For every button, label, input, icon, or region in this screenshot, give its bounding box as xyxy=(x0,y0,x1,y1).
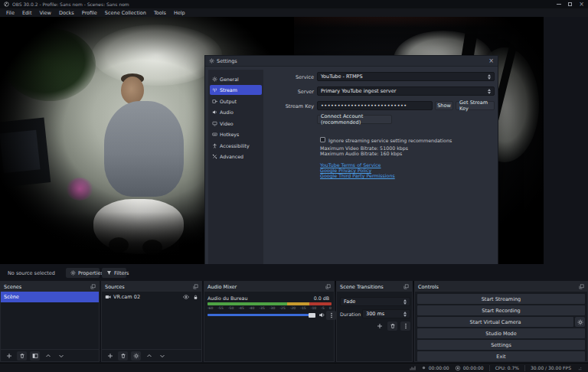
settings-nav-advanced[interactable]: Advanced xyxy=(210,152,262,162)
move-source-down-icon[interactable] xyxy=(157,351,167,361)
window-titlebar: OBS 30.0.2 - Profile: Sans nom - Scenes:… xyxy=(0,0,588,8)
server-dropdown[interactable]: Primary YouTube ingest server xyxy=(317,86,495,96)
settings-nav-hotkeys[interactable]: Hotkeys xyxy=(210,129,262,139)
popout-icon[interactable] xyxy=(90,284,96,289)
exit-button[interactable]: Exit xyxy=(417,351,585,361)
popout-icon[interactable] xyxy=(579,284,584,289)
mute-speaker-icon[interactable] xyxy=(318,312,325,318)
sources-dock-header[interactable]: Sources xyxy=(102,282,201,292)
transition-dropdown[interactable]: Fade xyxy=(340,297,410,306)
gear-icon xyxy=(70,270,76,276)
scene-list-item[interactable]: Scène xyxy=(1,292,99,302)
menu-tools[interactable]: Tools xyxy=(150,10,170,16)
output-icon xyxy=(212,99,217,104)
show-key-button[interactable]: Show xyxy=(435,101,453,110)
settings-nav-video[interactable]: Video xyxy=(210,119,262,129)
menu-help[interactable]: Help xyxy=(170,10,189,16)
google-privacy-link[interactable]: Google Privacy Policy xyxy=(320,168,371,173)
fps-indicator: 30.00 / 30.00 FPS xyxy=(531,365,571,370)
studio-mode-button[interactable]: Studio Mode xyxy=(417,328,585,338)
service-dropdown[interactable]: YouTube - RTMPS xyxy=(317,72,495,81)
audio-mixer-header[interactable]: Audio Mixer xyxy=(204,282,334,292)
youtube-terms-link[interactable]: YouTube Terms of Service xyxy=(320,162,381,168)
virtual-camera-settings-icon[interactable] xyxy=(575,317,585,327)
start-streaming-button[interactable]: Start Streaming xyxy=(417,294,585,304)
minimize-icon[interactable] xyxy=(557,4,561,5)
popout-icon[interactable] xyxy=(193,284,198,289)
move-scene-up-icon[interactable] xyxy=(43,351,53,361)
source-properties-icon[interactable] xyxy=(131,351,141,361)
menu-file[interactable]: File xyxy=(2,10,18,16)
duration-spinner[interactable]: 300 ms xyxy=(362,309,410,318)
obs-logo-icon xyxy=(4,2,9,7)
settings-close-icon[interactable]: × xyxy=(488,58,494,64)
settings-nav-accessibility[interactable]: Accessibility xyxy=(210,141,262,151)
audio-mixer-dock: Audio Mixer Audio du Bureau 0.0 dB -60-5… xyxy=(204,281,335,362)
settings-nav-output[interactable]: Output xyxy=(210,96,262,106)
accessibility-icon xyxy=(212,143,217,148)
menu-view[interactable]: View xyxy=(35,10,54,16)
start-recording-button[interactable]: Start Recording xyxy=(417,305,585,315)
stream-key-input[interactable]: •••••••••••••••••••••••••• xyxy=(317,101,433,110)
remove-transition-icon[interactable] xyxy=(387,321,397,331)
connect-account-button[interactable]: Connect Account (recommended) xyxy=(317,115,392,124)
settings-sidebar: General Stream Output Audio Video Hotkey… xyxy=(208,70,263,272)
menu-scene-collection[interactable]: Scene Collection xyxy=(101,10,150,16)
controls-header[interactable]: Controls xyxy=(415,282,587,292)
obs-main-window: OBS 30.0.2 - Profile: Sans nom - Scenes:… xyxy=(0,0,588,372)
google-third-party-link[interactable]: Google Third Party Permissions xyxy=(320,173,395,178)
volume-slider-handle[interactable] xyxy=(309,313,315,318)
close-icon[interactable]: × xyxy=(579,2,584,7)
stream-dot-icon xyxy=(421,365,426,370)
record-icon xyxy=(455,365,461,371)
speaker-icon xyxy=(212,109,217,115)
duration-label: Duration xyxy=(340,312,361,317)
server-label: Server xyxy=(263,89,314,95)
settings-dialog-titlebar[interactable]: Settings × xyxy=(205,56,498,67)
menu-docks[interactable]: Docks xyxy=(55,10,78,16)
move-source-up-icon[interactable] xyxy=(144,351,154,361)
filters-button[interactable]: Filters xyxy=(102,268,126,278)
lock-icon[interactable] xyxy=(193,295,198,300)
move-scene-down-icon[interactable] xyxy=(56,351,66,361)
transitions-header[interactable]: Scene Transitions xyxy=(337,282,412,292)
add-transition-icon[interactable] xyxy=(374,321,384,331)
add-scene-icon[interactable] xyxy=(4,351,14,361)
vu-meter xyxy=(207,302,332,305)
stats-bars-icon xyxy=(410,365,416,371)
start-virtual-camera-button[interactable]: Start Virtual Camera xyxy=(417,317,573,327)
settings-button[interactable]: Settings xyxy=(417,340,585,350)
remove-source-icon[interactable] xyxy=(118,351,128,361)
source-list-item[interactable]: VR.cam 02 xyxy=(102,292,201,302)
recording-timer: 00:00:00 xyxy=(455,365,484,371)
scenes-dock-header[interactable]: Scenes xyxy=(1,282,99,292)
transition-kebab-icon[interactable] xyxy=(400,321,410,331)
chevron-updown-icon xyxy=(403,312,407,317)
settings-nav-stream[interactable]: Stream xyxy=(210,85,262,95)
popout-icon[interactable] xyxy=(403,284,409,289)
scene-filters-icon[interactable] xyxy=(30,351,40,361)
get-stream-key-button[interactable]: Get Stream Key xyxy=(456,101,495,110)
sources-toolbar xyxy=(102,349,201,361)
transitions-dock: Scene Transitions Fade Duration 300 ms xyxy=(336,281,413,362)
volume-slider[interactable] xyxy=(207,314,315,316)
add-source-icon[interactable] xyxy=(105,351,115,361)
mixer-channel-name: Audio du Bureau xyxy=(207,295,247,301)
settings-nav-audio[interactable]: Audio xyxy=(210,107,262,117)
no-source-selected-text: No source selected xyxy=(8,270,55,276)
menu-profile[interactable]: Profile xyxy=(78,10,101,16)
mixer-kebab-icon[interactable] xyxy=(326,311,336,320)
settings-dialog: Settings × General Stream Output Audio xyxy=(204,55,498,281)
menu-edit[interactable]: Edit xyxy=(18,10,36,16)
mixer-level-value[interactable]: 0.0 dB xyxy=(314,295,329,301)
settings-dialog-icon xyxy=(209,58,214,64)
status-bar: 00:00:00 00:00:00 CPU: 0.7% 30.00 / 30.0… xyxy=(0,363,588,372)
maximize-icon[interactable] xyxy=(568,2,572,6)
eye-icon[interactable] xyxy=(183,294,189,300)
popout-icon[interactable] xyxy=(325,284,331,289)
settings-nav-general[interactable]: General xyxy=(210,74,262,84)
remove-scene-icon[interactable] xyxy=(17,351,27,361)
properties-button[interactable]: Properties xyxy=(66,268,100,278)
resize-grip-icon[interactable] xyxy=(577,365,582,370)
ignore-recommendations-checkbox[interactable] xyxy=(320,137,325,142)
